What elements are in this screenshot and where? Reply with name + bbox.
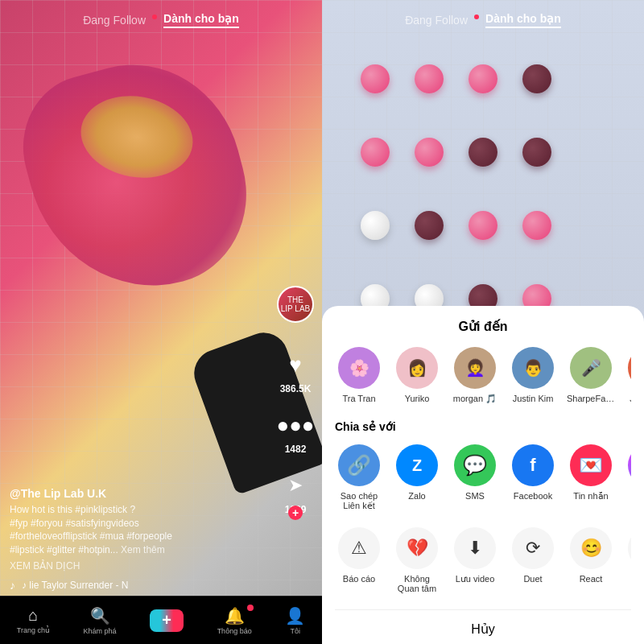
tab-following-right[interactable]: Đang Follow (405, 14, 468, 27)
contact-avatar-tra: 🌸 (338, 347, 380, 389)
profile-icon: 👤 (285, 606, 305, 625)
top-navigation-left: Đang Follow Dành cho bạn (0, 0, 322, 40)
contact-avatar-yuriko: 👩 (396, 347, 438, 389)
heart-icon: ♥ (279, 349, 312, 381)
dot-12 (522, 211, 551, 240)
action-not-interested[interactable]: 💔 KhôngQuan tâm (393, 527, 441, 593)
like-button[interactable]: ♥ 386.5K (279, 349, 312, 394)
follow-button[interactable]: + (288, 506, 303, 520)
dot-6 (415, 138, 444, 167)
share-with-title: Chia sẻ với (335, 420, 631, 433)
dot-10 (415, 211, 444, 240)
actions-row: ⚠ Báo cáo 💔 KhôngQuan tâm ⬇ Lưu video ⟳ … (335, 527, 631, 593)
share-panel-title: Gửi đến (335, 319, 631, 334)
contact-name-yuriko: Yuriko (405, 394, 430, 403)
messages-icon: 💌 (570, 444, 612, 486)
nav-dot-left (152, 14, 157, 19)
translate-button[interactable]: XEM BẢN DỊCH (10, 560, 274, 572)
dot-3 (469, 64, 497, 93)
top-navigation-right: Đang Follow Dành cho bạn (322, 0, 644, 40)
nav-add[interactable]: + (150, 609, 184, 632)
home-icon: ⌂ (28, 606, 38, 625)
search-label: Khám phá (84, 627, 117, 635)
action-name-report: Báo cáo (343, 574, 375, 584)
comment-button[interactable]: ●●● 1482 (279, 409, 312, 455)
nav-home[interactable]: ⌂ Trang chủ (17, 606, 50, 634)
music-bar: ♪ ♪ lie Taylor Surrender - N (10, 579, 312, 592)
report-icon: ⚠ (338, 527, 380, 569)
favorites-icon: 🔖 (628, 527, 631, 569)
nav-inbox[interactable]: 🔔 Thông báo (217, 606, 252, 635)
copy-link-icon: 🔗 (338, 444, 380, 486)
contact-sharpe[interactable]: 🎤 SharpeFamilySingers (567, 347, 615, 404)
video-info: @The Lip Lab U.K How hot is this #pinkli… (10, 487, 274, 572)
music-text: ♪ lie Taylor Surrender - N (22, 580, 129, 591)
creator-avatar: THELIP LAB (277, 286, 314, 323)
dot-8 (522, 138, 551, 167)
cancel-button[interactable]: Hủy (335, 609, 631, 644)
bottom-navigation: ⌂ Trang chủ 🔍 Khám phá + 🔔 Thông báo 👤 T… (0, 596, 322, 644)
comment-icon: ●●● (279, 409, 312, 441)
tab-foryou-right[interactable]: Dành cho bạn (485, 12, 561, 28)
contact-name-morgan: morgan 🎵 (453, 394, 497, 404)
inbox-label: Thông báo (217, 627, 252, 635)
contact-name-sharpe: SharpeFamilySingers (567, 394, 615, 403)
contact-avatar-justin-vib: 👨‍🦱 (628, 347, 631, 389)
avatar-container[interactable]: THELIP LAB + (277, 286, 314, 323)
app-name-zalo: Zalo (408, 491, 425, 501)
contact-name-justin-vib: Justin Vib (630, 394, 631, 403)
dot-11 (469, 211, 497, 240)
messenger-icon: m (628, 444, 631, 486)
nav-search[interactable]: 🔍 Khám phá (84, 606, 117, 635)
dot-2 (415, 64, 444, 93)
app-copy-link[interactable]: 🔗 Sao chépLiên kết (335, 444, 383, 511)
save-video-icon: ⬇ (454, 527, 496, 569)
nav-dot-right (474, 14, 479, 19)
not-interested-icon: 💔 (396, 527, 438, 569)
tab-following-left[interactable]: Đang Follow (83, 14, 146, 27)
dot-7 (469, 138, 497, 167)
app-name-sms: SMS (465, 491, 485, 501)
action-add-favorites[interactable]: 🔖 Thêm vàYêu thíc (625, 527, 631, 593)
tab-foryou-left[interactable]: Dành cho bạn (163, 12, 239, 28)
contact-tra-tran[interactable]: 🌸 Tra Tran (335, 347, 383, 404)
action-name-save: Lưu video (456, 574, 495, 584)
action-duet[interactable]: ⟳ Duet (509, 527, 557, 593)
nav-profile[interactable]: 👤 Tôi (285, 606, 305, 635)
app-name-facebook: Facebook (514, 491, 552, 501)
react-icon: 😊 (570, 527, 612, 569)
dot-4 (522, 64, 551, 93)
home-label: Trang chủ (17, 626, 50, 634)
like-count: 386.5K (280, 383, 312, 394)
action-react[interactable]: 😊 React (567, 527, 615, 593)
app-messages[interactable]: 💌 Tin nhắn (567, 444, 615, 511)
action-name-not-interested: KhôngQuan tâm (398, 574, 436, 593)
app-zalo[interactable]: Z Zalo (393, 444, 441, 511)
profile-label: Tôi (290, 627, 300, 635)
contact-avatar-justin: 👨 (512, 347, 554, 389)
share-panel: Gửi đến 🌸 Tra Tran 👩 Yuriko 👩‍🦱 morgan 🎵… (322, 306, 644, 644)
contact-yuriko[interactable]: 👩 Yuriko (393, 347, 441, 404)
zalo-icon: Z (396, 444, 438, 486)
search-icon: 🔍 (90, 606, 110, 625)
music-icon: ♪ (10, 579, 15, 592)
inbox-icon: 🔔 (225, 606, 245, 625)
contact-justin-kim[interactable]: 👨 Justin Kim (509, 347, 557, 404)
contact-justin-vib[interactable]: 👨‍🦱 Justin Vib (625, 347, 631, 404)
dot-1 (361, 64, 390, 93)
sms-icon: 💬 (454, 444, 496, 486)
app-sms[interactable]: 💬 SMS (451, 444, 499, 511)
right-sidebar: THELIP LAB + ♥ 386.5K ●●● 1482 ➤ 1069 (277, 286, 314, 515)
dot-9 (361, 211, 390, 240)
see-more-button[interactable]: Xem thêm (121, 544, 165, 555)
add-button[interactable]: + (150, 609, 184, 632)
app-facebook[interactable]: f Facebook (509, 444, 557, 511)
contact-morgan[interactable]: 👩‍🦱 morgan 🎵 (451, 347, 499, 404)
contact-avatar-sharpe: 🎤 (570, 347, 612, 389)
action-report[interactable]: ⚠ Báo cáo (335, 527, 383, 593)
share-apps-row: 🔗 Sao chépLiên kết Z Zalo 💬 SMS f Facebo… (335, 444, 631, 511)
app-messenger[interactable]: m Messeng (625, 444, 631, 511)
action-save-video[interactable]: ⬇ Lưu video (451, 527, 499, 593)
creator-username[interactable]: @The Lip Lab U.K (10, 487, 274, 500)
app-name-messages: Tin nhắn (573, 491, 608, 502)
